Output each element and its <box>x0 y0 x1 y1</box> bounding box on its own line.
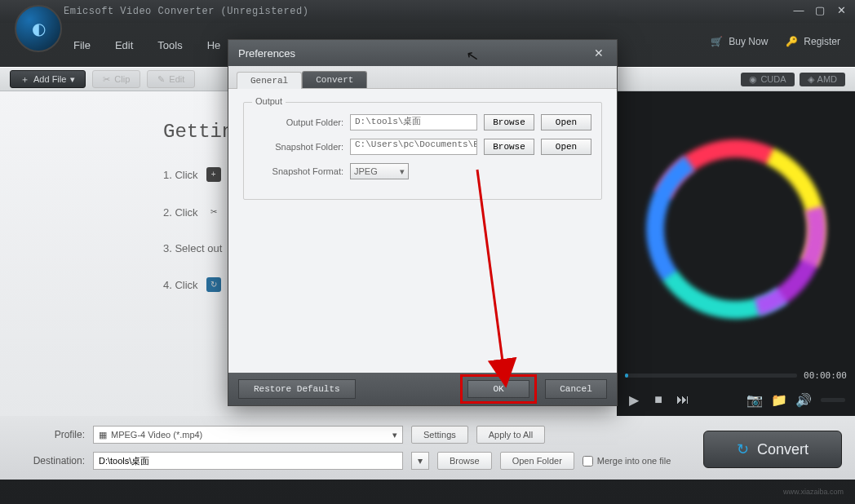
merge-checkbox-input[interactable] <box>583 456 593 466</box>
browse-button[interactable]: Browse <box>437 452 492 470</box>
buy-now-label: Buy Now <box>729 36 768 47</box>
convert-button[interactable]: ↻ Convert <box>703 431 842 468</box>
dialog-close-icon[interactable]: ✕ <box>591 45 607 61</box>
menu-tools[interactable]: Tools <box>157 39 182 51</box>
amd-icon: ◈ <box>808 74 814 85</box>
close-icon[interactable]: ✕ <box>834 4 848 19</box>
dialog-body: Output Output Folder: D:\tools\桌面 Browse… <box>228 89 617 213</box>
volume-slider[interactable] <box>821 398 845 402</box>
progress-track[interactable] <box>625 374 797 378</box>
convert-icon: ↻ <box>737 440 749 458</box>
dialog-titlebar: Preferences ✕ <box>228 40 617 66</box>
snapshot-folder-label: Snapshot Folder: <box>254 142 343 152</box>
snapshot-format-label: Snapshot Format: <box>254 166 343 176</box>
player-controls: ▶ ■ ⏭ 📷 📁 🔊 <box>617 383 855 416</box>
profile-label: Profile: <box>13 429 85 440</box>
refresh-icon: ↻ <box>206 277 221 292</box>
ok-button[interactable]: OK <box>467 380 529 398</box>
app-logo-icon: ◐ <box>15 5 62 52</box>
output-group: Output Output Folder: D:\tools\桌面 Browse… <box>243 102 602 200</box>
preview-image <box>617 91 855 367</box>
merge-checkbox[interactable]: Merge into one file <box>583 456 671 466</box>
dialog-title: Preferences <box>238 47 295 60</box>
volume-icon[interactable]: 🔊 <box>796 392 811 407</box>
folder-icon[interactable]: 📁 <box>772 392 786 407</box>
history-dropdown[interactable]: ▾ <box>411 452 429 470</box>
maximize-icon[interactable]: ▢ <box>813 4 827 19</box>
cancel-button[interactable]: Cancel <box>545 379 607 399</box>
tab-convert[interactable]: Convert <box>302 71 367 88</box>
dialog-footer: Restore Defaults OK Cancel <box>228 373 617 405</box>
add-file-button[interactable]: ＋ Add File ▾ <box>10 70 86 88</box>
progress-bar[interactable]: 00:00:00 <box>617 367 855 383</box>
output-open-button[interactable]: Open <box>541 114 591 130</box>
next-icon[interactable]: ⏭ <box>676 392 690 407</box>
profile-value: MPEG-4 Video (*.mp4) <box>111 430 202 440</box>
output-browse-button[interactable]: Browse <box>484 114 534 130</box>
window-title: Emicsoft Video Converter (Unregistered) <box>64 6 791 17</box>
tab-general[interactable]: General <box>237 72 302 89</box>
convert-label: Convert <box>757 441 808 458</box>
titlebar: Emicsoft Video Converter (Unregistered) … <box>0 0 855 23</box>
watermark: www.xiazaiba.com <box>783 488 844 496</box>
cuda-badge: ◉ CUDA <box>741 73 794 86</box>
pencil-icon: ✎ <box>157 74 165 85</box>
destination-input[interactable] <box>93 452 403 470</box>
profile-combo[interactable]: ▦ MPEG-4 Video (*.mp4) ▾ <box>93 426 403 444</box>
apply-all-button[interactable]: Apply to All <box>476 426 545 444</box>
restore-defaults-button[interactable]: Restore Defaults <box>238 379 356 399</box>
add-file-label: Add File <box>33 74 66 84</box>
bottom-panel: Profile: ▦ MPEG-4 Video (*.mp4) ▾ Settin… <box>0 416 855 480</box>
register-label: Register <box>804 36 840 47</box>
scissors-icon: ✂ <box>206 205 221 219</box>
snapshot-format-value: JPEG <box>354 166 378 176</box>
merge-label: Merge into one file <box>597 456 671 466</box>
plus-icon: ＋ <box>20 73 29 86</box>
snapshot-browse-button[interactable]: Browse <box>484 139 534 155</box>
register-button[interactable]: 🔑 Register <box>786 36 840 47</box>
output-folder-label: Output Folder: <box>254 117 343 127</box>
edit-label: Edit <box>169 74 184 84</box>
scissors-icon: ✂ <box>103 74 110 85</box>
minimize-icon[interactable]: — <box>791 4 806 19</box>
play-icon[interactable]: ▶ <box>627 392 641 407</box>
amd-badge: ◈ AMD <box>800 73 845 86</box>
add-icon: + <box>206 167 221 182</box>
preferences-dialog: Preferences ✕ General Convert Output Out… <box>228 39 618 406</box>
chevron-down-icon: ▾ <box>70 74 75 85</box>
menu-file[interactable]: File <box>73 39 91 51</box>
open-folder-button[interactable]: Open Folder <box>500 452 574 470</box>
main-menu: File Edit Tools He <box>73 39 220 51</box>
output-folder-input[interactable]: D:\tools\桌面 <box>350 114 477 130</box>
stop-icon[interactable]: ■ <box>651 392 666 407</box>
ok-highlight-box: OK <box>460 374 537 404</box>
settings-button[interactable]: Settings <box>411 426 468 444</box>
edit-button[interactable]: ✎ Edit <box>147 70 195 88</box>
snapshot-format-select[interactable]: JPEG ▾ <box>350 163 409 179</box>
preview-pane: 00:00:00 ▶ ■ ⏭ 📷 📁 🔊 <box>617 91 855 416</box>
chevron-down-icon: ▾ <box>400 166 405 177</box>
destination-label: Destination: <box>13 455 85 466</box>
menu-help[interactable]: He <box>207 39 221 51</box>
chevron-down-icon: ▾ <box>392 430 397 440</box>
clip-button[interactable]: ✂ Clip <box>92 70 140 88</box>
buy-now-button[interactable]: 🛒 Buy Now <box>711 36 768 47</box>
key-icon: 🔑 <box>786 36 798 47</box>
mpeg-icon: ▦ <box>99 430 107 440</box>
dialog-tabs: General Convert <box>228 66 617 89</box>
snapshot-folder-input[interactable]: C:\Users\pc\Documents\Emic: <box>350 139 477 155</box>
snapshot-icon[interactable]: 📷 <box>747 392 762 407</box>
snapshot-open-button[interactable]: Open <box>541 139 591 155</box>
time-display: 00:00:00 <box>804 370 847 381</box>
output-legend: Output <box>252 96 286 106</box>
nvidia-icon: ◉ <box>749 74 757 85</box>
cart-icon: 🛒 <box>711 36 723 47</box>
menu-edit[interactable]: Edit <box>115 39 133 51</box>
clip-label: Clip <box>114 74 130 84</box>
